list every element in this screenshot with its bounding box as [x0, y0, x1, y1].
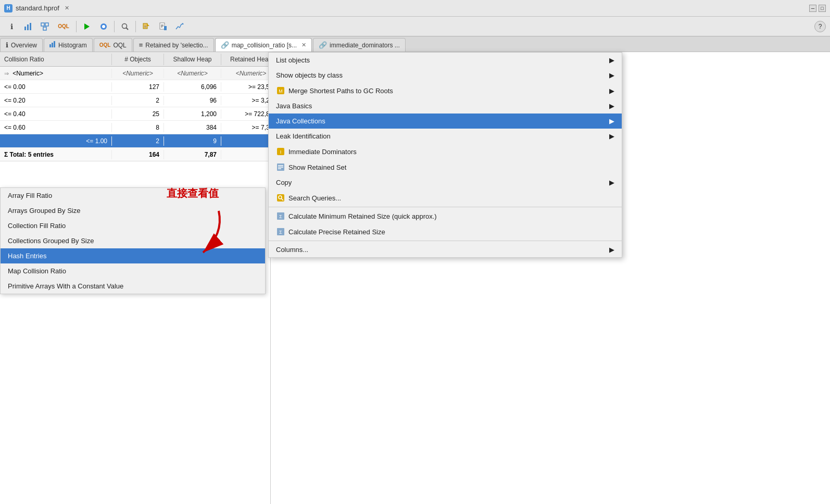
overview-icon: ℹ	[6, 41, 8, 49]
maximize-btn[interactable]: □	[819, 5, 826, 12]
file-name: standard.hprof	[16, 4, 59, 12]
table-row[interactable]: <= 0.40 25 1,200 >= 722,848	[0, 107, 270, 121]
menu-search-queries[interactable]: Search Queries...	[269, 190, 622, 206]
svg-rect-1	[27, 24, 29, 30]
menu-columns-arrow: ▶	[609, 246, 614, 254]
svg-rect-23	[54, 41, 55, 47]
tab-map-collision[interactable]: 🔗 map_collision_ratio [s... ✕	[215, 38, 312, 52]
menu-show-retained-set[interactable]: Show Retained Set	[269, 159, 622, 175]
menu-immediate-dominators[interactable]: I Immediate Dominators	[269, 144, 622, 159]
svg-rect-22	[52, 43, 53, 47]
menu-columns-label: Columns...	[276, 246, 606, 254]
help-btn[interactable]: ?	[814, 21, 826, 32]
separator-3	[135, 21, 136, 32]
menu-list-objects[interactable]: List objects ▶	[269, 53, 622, 68]
menu-leak-arrow: ▶	[609, 132, 614, 140]
cell-ratio-1: <= 0.20	[0, 96, 112, 105]
separator-1	[76, 21, 77, 32]
tab-retained[interactable]: ≡ Retained by 'selectio...	[133, 38, 214, 52]
col-objects: # Objects	[112, 54, 164, 65]
cell-ratio-0: <= 0.00	[0, 82, 112, 92]
filter-col-ratio: <Numeric>	[12, 70, 43, 77]
menu-list-objects-label: List objects	[276, 56, 606, 64]
submenu-primitive-arrays[interactable]: Primitive Arrays With a Constant Value	[1, 279, 265, 294]
total-retained	[221, 154, 270, 156]
tab-immediate-dom[interactable]: 🔗 immediate_dominators ...	[313, 38, 406, 52]
cell-ratio-3: <= 0.60	[0, 123, 112, 132]
menu-java-basics[interactable]: Java Basics ▶	[269, 98, 622, 114]
close-tab-icon[interactable]: ✕	[65, 5, 69, 11]
submenu-map-collision-ratio[interactable]: Map Collision Ratio	[1, 263, 265, 279]
svg-text:M: M	[279, 89, 283, 94]
tab-retained-label: Retained by 'selectio...	[145, 42, 208, 49]
calc-precise-icon: Σ	[276, 228, 285, 236]
menu-show-objects-arrow: ▶	[609, 71, 614, 79]
tab-overview[interactable]: ℹ Overview	[0, 38, 43, 52]
menu-calc-min-retained[interactable]: Σ Calculate Minimum Retained Size (quick…	[269, 208, 622, 224]
cell-ratio-4: <= 1.00	[0, 136, 112, 146]
menu-merge-arrow: ▶	[609, 87, 614, 95]
menu-show-objects-by-class[interactable]: Show objects by class ▶	[269, 68, 622, 83]
total-label: Σ Total: 5 entries	[0, 150, 112, 159]
menu-java-collections[interactable]: Java Collections ▶	[269, 114, 622, 129]
retained-icon: ≡	[139, 41, 143, 49]
dominator-btn[interactable]	[37, 19, 52, 34]
cell-obj-2: 25	[112, 109, 164, 119]
minimize-btn[interactable]: ─	[809, 5, 816, 12]
total-row: Σ Total: 5 entries 164 7,87	[0, 148, 270, 161]
svg-rect-0	[24, 27, 26, 30]
immediate-dom-icon: 🔗	[319, 41, 327, 49]
svg-marker-6	[84, 23, 90, 30]
menu-show-retained-label: Show Retained Set	[288, 163, 614, 171]
title-bar: H standard.hprof ✕ ─ □	[0, 0, 830, 17]
menu-list-objects-arrow: ▶	[609, 56, 614, 64]
svg-rect-5	[43, 27, 46, 30]
tab-oql[interactable]: OQL OQL	[94, 38, 132, 52]
heap-btn[interactable]	[96, 19, 111, 34]
info-btn[interactable]: ℹ	[4, 19, 19, 34]
svg-text:Σ: Σ	[279, 214, 282, 219]
search-btn[interactable]	[118, 19, 132, 34]
cell-obj-1: 2	[112, 96, 164, 105]
histogram-btn[interactable]	[21, 19, 35, 34]
tab-immediate-dom-label: immediate_dominators ...	[330, 42, 400, 49]
svg-point-8	[102, 25, 105, 28]
table-row[interactable]: <= 0.00 127 6,096 >= 23,504	[0, 80, 270, 94]
menu-copy[interactable]: Copy ▶	[269, 175, 622, 190]
separator-1	[269, 207, 622, 207]
svg-line-10	[127, 28, 129, 30]
svg-point-9	[122, 23, 127, 28]
table-row[interactable]: <= 0.60 8 384 >= 7,336	[0, 121, 270, 134]
cell-obj-3: 8	[112, 123, 164, 132]
oql-btn[interactable]: OQL	[54, 19, 73, 34]
menu-columns[interactable]: Columns... ▶	[269, 242, 622, 257]
submenu-array-fill-ratio[interactable]: Array Fill Ratio	[1, 188, 265, 203]
histogram-icon	[49, 41, 56, 49]
svg-rect-3	[41, 23, 44, 26]
menu-calc-precise-retained[interactable]: Σ Calculate Precise Retained Size	[269, 224, 622, 240]
table-row-selected[interactable]: <= 1.00 2 9	[0, 134, 270, 148]
cell-shallow-4: 9	[164, 136, 221, 146]
run-btn[interactable]	[80, 19, 94, 34]
menu-leak-identification[interactable]: Leak Identification ▶	[269, 129, 622, 144]
export-btn[interactable]	[139, 19, 154, 34]
svg-rect-21	[49, 44, 51, 47]
chart-btn[interactable]	[172, 19, 187, 34]
svg-rect-4	[45, 23, 48, 26]
separator-2	[114, 21, 115, 32]
table-row[interactable]: <= 0.20 2 96 >= 3,224	[0, 94, 270, 107]
cell-retained-4	[221, 140, 270, 142]
menu-copy-label: Copy	[276, 179, 606, 186]
close-map-collision-icon[interactable]: ✕	[301, 42, 306, 48]
filter-col-objects: <Numeric>	[112, 69, 164, 78]
report-btn[interactable]	[156, 19, 170, 34]
svg-text:I: I	[280, 149, 282, 155]
tab-bar: ℹ Overview Histogram OQL OQL ≡ Retained …	[0, 36, 830, 52]
total-objects: 164	[112, 150, 164, 159]
menu-calc-precise-label: Calculate Precise Retained Size	[288, 228, 614, 236]
annotation-text: 直接查看值	[167, 186, 219, 200]
cell-shallow-1: 96	[164, 96, 221, 105]
menu-merge-shortest-paths[interactable]: M Merge Shortest Paths to GC Roots ▶	[269, 83, 622, 98]
tab-histogram[interactable]: Histogram	[44, 38, 93, 52]
filter-row[interactable]: ⇒ <Numeric> <Numeric> <Numeric> <Numeric…	[0, 67, 270, 80]
